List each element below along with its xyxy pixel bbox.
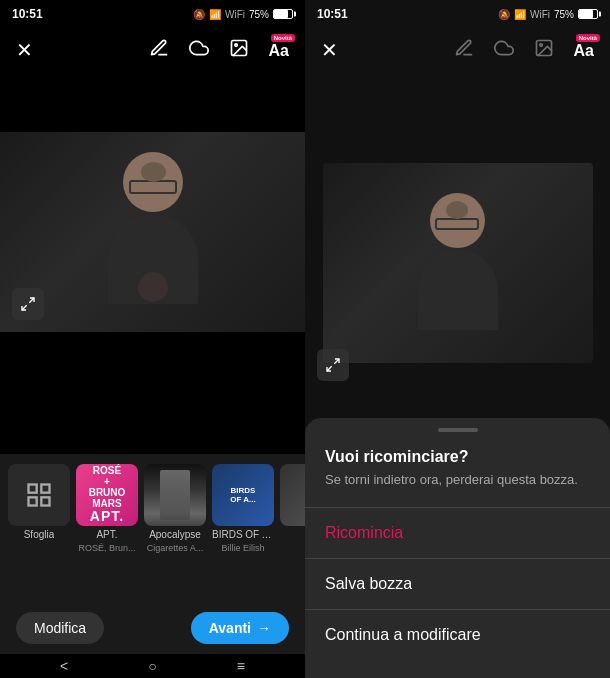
svg-point-9 — [539, 43, 542, 46]
birds-thumb[interactable]: BIRDSOF A... — [212, 464, 274, 526]
right-main-image — [305, 132, 610, 393]
sheet-title: Vuoi ricominciare? — [305, 448, 468, 466]
apocalypse-sublabel: Cigarettes A... — [147, 543, 204, 553]
svg-rect-6 — [41, 497, 49, 505]
left-main-image — [0, 132, 305, 332]
apt-label: APT. — [96, 529, 117, 540]
svg-rect-7 — [29, 497, 37, 505]
right-toolbar: ✕ Aa Novità — [305, 28, 610, 72]
media-item-browse[interactable]: Sfoglia — [8, 464, 70, 598]
tray-bottom-bar: Modifica Avanti → — [0, 602, 305, 654]
media-scroll[interactable]: Sfoglia ROSÉ+BRUNOMARSAPT. APT. ROSÉ, Br… — [0, 454, 305, 602]
left-toolbar: ✕ Aa Novità — [0, 28, 305, 72]
right-status-icons: 🔕 📶 WiFi 75% — [498, 9, 598, 20]
left-panel: 10:51 🔕 📶 WiFi 75% ✕ — [0, 0, 305, 678]
media-item-birds[interactable]: BIRDSOF A... BIRDS OF A... Billie Eilish — [212, 464, 274, 598]
browse-label: Sfoglia — [24, 529, 55, 540]
crop-button[interactable] — [12, 288, 44, 320]
close-button[interactable]: ✕ — [16, 38, 33, 62]
right-top-black — [305, 72, 610, 132]
right-close-button[interactable]: ✕ — [321, 38, 338, 62]
right-signal-icon: 📶 — [514, 9, 526, 20]
right-image-icon[interactable] — [534, 38, 554, 63]
svg-rect-5 — [41, 485, 49, 493]
birds-label: BIRDS OF A... — [212, 529, 274, 540]
media-item-apocalypse[interactable]: Apocalypse Cigarettes A... — [144, 464, 206, 598]
browse-thumb[interactable] — [8, 464, 70, 526]
left-home-bar: < ○ ≡ — [0, 654, 305, 678]
edit-icon[interactable] — [149, 38, 169, 63]
svg-line-11 — [327, 366, 332, 371]
right-battery-percent: 75% — [554, 9, 574, 20]
home-icon[interactable]: ○ — [148, 658, 156, 674]
svg-line-3 — [22, 305, 27, 310]
right-status-bar: 10:51 🔕 📶 WiFi 75% — [305, 0, 610, 28]
sheet-subtitle: Se torni indietro ora, perderai questa b… — [305, 472, 578, 487]
menu-icon[interactable]: ≡ — [237, 658, 245, 674]
modifica-button[interactable]: Modifica — [16, 612, 104, 644]
left-spacer — [0, 332, 305, 454]
right-toolbar-icons: Aa Novità — [454, 38, 594, 63]
apocalypse-thumb[interactable] — [144, 464, 206, 526]
continue-option[interactable]: Continua a modificare — [305, 609, 610, 660]
battery-percent: 75% — [249, 9, 269, 20]
sheet-handle — [438, 428, 478, 432]
right-edit-icon[interactable] — [454, 38, 474, 63]
right-silent-icon: 🔕 — [498, 9, 510, 20]
right-wifi-icon: WiFi — [530, 9, 550, 20]
right-battery-icon — [578, 9, 598, 19]
right-cloud-icon[interactable] — [494, 38, 514, 63]
left-time: 10:51 — [12, 7, 43, 21]
left-bottom-tray: Sfoglia ROSÉ+BRUNOMARSAPT. APT. ROSÉ, Br… — [0, 454, 305, 654]
media-item-apt[interactable]: ROSÉ+BRUNOMARSAPT. APT. ROSÉ, Brun... — [76, 464, 138, 598]
right-image-box — [323, 163, 593, 363]
birds-text: BIRDSOF A... — [230, 486, 255, 504]
k-thumb[interactable]: K — [280, 464, 305, 526]
save-draft-option[interactable]: Salva bozza — [305, 558, 610, 609]
apt-thumb[interactable]: ROSÉ+BRUNOMARSAPT. — [76, 464, 138, 526]
left-toolbar-icons: Aa Novità — [149, 38, 289, 63]
right-panel: 10:51 🔕 📶 WiFi 75% ✕ — [305, 0, 610, 678]
novita-badge: Novità — [271, 34, 295, 42]
svg-line-10 — [334, 359, 339, 364]
image-icon[interactable] — [229, 38, 249, 63]
right-time: 10:51 — [317, 7, 348, 21]
signal-icon: 📶 — [209, 9, 221, 20]
left-status-icons: 🔕 📶 WiFi 75% — [193, 9, 293, 20]
birds-sublabel: Billie Eilish — [221, 543, 264, 553]
svg-line-2 — [29, 298, 34, 303]
back-icon[interactable]: < — [60, 658, 68, 674]
restart-option[interactable]: Ricomincia — [305, 508, 610, 558]
right-novita-badge: Novità — [576, 34, 600, 42]
silent-icon: 🔕 — [193, 9, 205, 20]
media-item-k[interactable]: K K — [280, 464, 305, 598]
avanti-button[interactable]: Avanti → — [191, 612, 289, 644]
font-button[interactable]: Aa Novità — [269, 40, 289, 61]
right-crop-button[interactable] — [317, 349, 349, 381]
svg-rect-4 — [29, 485, 37, 493]
battery-icon — [273, 9, 293, 19]
left-top-black — [0, 72, 305, 132]
apocalypse-label: Apocalypse — [149, 529, 201, 540]
right-font-button[interactable]: Aa Novità — [574, 40, 594, 61]
wifi-icon: WiFi — [225, 9, 245, 20]
left-status-bar: 10:51 🔕 📶 WiFi 75% — [0, 0, 305, 28]
bottom-sheet: Vuoi ricominciare? Se torni indietro ora… — [305, 418, 610, 678]
svg-point-1 — [234, 43, 237, 46]
apt-sublabel: ROSÉ, Brun... — [78, 543, 135, 553]
cloud-icon[interactable] — [189, 38, 209, 63]
